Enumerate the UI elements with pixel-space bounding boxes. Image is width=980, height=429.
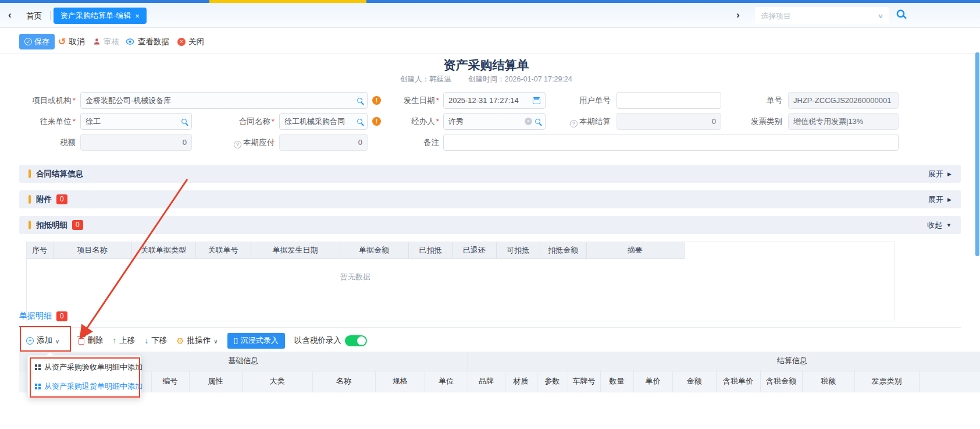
tax-field (80, 134, 192, 151)
clear-icon[interactable] (525, 118, 532, 125)
audit-button[interactable]: 审核 (93, 34, 119, 49)
project-select-input[interactable] (761, 12, 878, 20)
save-label: 保存 (34, 37, 49, 47)
toolbar-divider (69, 336, 69, 345)
column-header: 可扣抵 (496, 242, 540, 258)
doc-no-label: 单号 (744, 92, 782, 109)
tab-detail-lines[interactable]: 单据明细 0 (19, 311, 67, 321)
immersive-entry-button[interactable]: 沉浸式录入 (227, 333, 285, 349)
column-header: 金额 (672, 371, 716, 392)
close-circle-icon (177, 38, 186, 46)
triangle-down-icon: ▼ (946, 222, 952, 228)
tab-bottom-line (19, 327, 961, 328)
collapse-button[interactable]: 收起▼ (927, 220, 952, 231)
column-header: 扣抵金额 (540, 242, 586, 258)
calendar-icon[interactable] (533, 97, 540, 104)
project-org-field[interactable] (80, 92, 368, 109)
tab-divider (50, 11, 51, 20)
project-select[interactable]: ∨ (755, 7, 889, 24)
view-data-label: 查看数据 (138, 37, 169, 47)
detail-toolbar: 添加 删除 上移 下移 批操作 沉浸式录入 以含税价录入 (26, 332, 367, 349)
menu-item-add-from-acceptance[interactable]: 从资产采购验收单明细中添加 (28, 357, 141, 377)
user-no-input[interactable] (622, 96, 716, 105)
menu-item-add-from-return[interactable]: 从资产采购退货单明细中添加 (28, 377, 141, 396)
save-button[interactable]: 保存 (19, 34, 55, 49)
move-up-button[interactable]: 上移 (112, 335, 135, 346)
grid-icon (35, 384, 37, 386)
triangle-right-icon: ▶ (947, 171, 952, 177)
batch-ops-button[interactable]: 批操作 (176, 335, 218, 346)
close-label: 关闭 (188, 37, 204, 47)
add-button[interactable]: 添加 (26, 335, 59, 346)
occur-date-input[interactable] (448, 96, 530, 105)
chevron-down-icon (213, 336, 218, 345)
project-org-input[interactable] (85, 96, 354, 105)
column-header: 单位 (425, 371, 468, 392)
delete-label: 删除 (87, 335, 103, 346)
forward-chevron-icon[interactable]: › (736, 9, 740, 21)
column-header: 材质 (505, 371, 537, 392)
tax-price-toggle[interactable] (345, 335, 367, 346)
occur-date-field[interactable] (443, 92, 546, 109)
chevron-down-icon[interactable]: ∨ (878, 12, 883, 20)
check-circle-icon (24, 38, 32, 45)
handler-input[interactable] (448, 117, 522, 126)
occur-date-label: 发生日期 (381, 92, 439, 109)
tab-active-document[interactable]: 资产采购结算单-编辑 × (54, 8, 147, 24)
expand-button[interactable]: 展开▶ (928, 169, 952, 179)
search-icon[interactable] (897, 10, 905, 18)
lookup-icon[interactable] (181, 119, 187, 124)
column-header: 已退还 (452, 242, 496, 258)
tab-close-icon[interactable]: × (135, 12, 140, 20)
cancel-button[interactable]: 取消 (58, 34, 84, 49)
eye-icon (125, 38, 135, 45)
column-header: 已扣抵 (408, 242, 452, 258)
column-header: 编号 (151, 371, 189, 392)
expand-button[interactable]: 展开▶ (928, 194, 952, 205)
current-payable-field (279, 134, 368, 151)
creator-name: 韩延温 (429, 75, 451, 83)
counterparty-input[interactable] (85, 117, 179, 126)
back-chevron-icon[interactable]: ‹ (8, 9, 12, 21)
lookup-icon[interactable] (535, 119, 540, 124)
add-dropdown-menu: 从资产采购验收单明细中添加 从资产采购退货单明细中添加 (27, 355, 141, 398)
column-header: 项目名称 (53, 242, 131, 258)
section-deduction[interactable]: 扣抵明细 0 收起▼ (19, 216, 961, 234)
user-no-field[interactable] (616, 92, 721, 109)
remark-label: 备注 (393, 134, 439, 151)
remark-field[interactable] (443, 134, 899, 151)
current-settle-label: 本期结算 (547, 113, 611, 130)
section-title: 合同结算信息 (36, 169, 83, 179)
close-button[interactable]: 关闭 (177, 34, 204, 49)
lookup-icon[interactable] (357, 119, 362, 124)
section-marker-icon (28, 169, 31, 178)
created-time: 2026-01-07 17:29:24 (505, 75, 572, 83)
section-title: 附件 (36, 194, 52, 205)
lookup-icon[interactable] (357, 98, 362, 103)
handler-field[interactable] (443, 113, 546, 130)
counterparty-field[interactable] (80, 113, 192, 130)
cancel-label: 取消 (69, 37, 84, 47)
contract-field[interactable] (279, 113, 368, 130)
counterparty-label: 往来单位 (0, 113, 76, 130)
doc-meta: 创建人：韩延温 创建时间：2026-01-07 17:29:24 (0, 75, 972, 84)
column-header: 含税金额 (760, 371, 802, 392)
tab-home[interactable]: 首页 (26, 11, 42, 22)
remark-input[interactable] (448, 138, 893, 147)
column-header: 单据金额 (340, 242, 408, 258)
contract-input[interactable] (284, 117, 354, 126)
move-up-label: 上移 (119, 335, 135, 346)
vertical-scrollbar-thumb[interactable] (975, 52, 979, 256)
section-marker-icon (28, 221, 31, 229)
created-label: 创建时间： (468, 75, 505, 83)
section-contract-info[interactable]: 合同结算信息 展开▶ (19, 165, 961, 183)
move-down-button[interactable]: 下移 (144, 335, 167, 346)
help-icon (234, 141, 241, 148)
deduction-count-badge: 0 (72, 220, 83, 230)
invoice-type-field (788, 113, 899, 130)
detail-count-badge: 0 (56, 311, 67, 321)
view-data-button[interactable]: 查看数据 (125, 34, 169, 49)
attachments-count-badge: 0 (56, 194, 67, 204)
section-attachments[interactable]: 附件 0 展开▶ (19, 190, 961, 208)
delete-button[interactable]: 删除 (79, 335, 103, 346)
